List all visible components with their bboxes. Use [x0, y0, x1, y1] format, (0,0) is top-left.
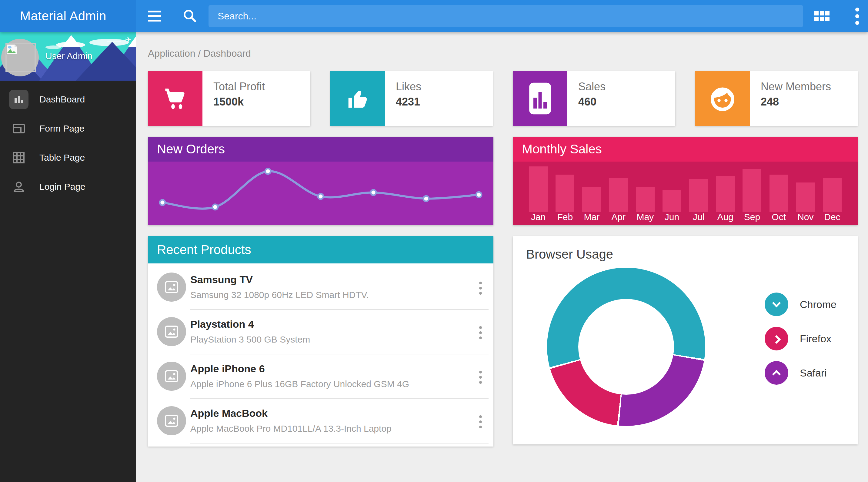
browser-usage-donut: [547, 268, 705, 426]
avatar: [1, 39, 40, 78]
legend-item-chrome: Chrome: [765, 293, 836, 316]
bar-chart-icon: [9, 90, 29, 109]
stat-cards-row: Total Profit 1500k Likes 4231 Sales 460: [148, 71, 858, 126]
bar-mar: [582, 187, 601, 212]
product-image-placeholder: [157, 317, 186, 346]
hamburger-menu-button[interactable]: [145, 6, 164, 26]
sidebar-item-dashboard[interactable]: DashBoard: [0, 85, 136, 114]
product-image-placeholder: [157, 273, 186, 302]
new-orders-line-chart: [148, 161, 493, 225]
bars-row: [525, 164, 845, 212]
tick-label: Jun: [658, 212, 685, 225]
app-title: Material Admin: [20, 9, 106, 23]
search-input[interactable]: [209, 5, 803, 27]
legend-label: Firefox: [800, 333, 831, 345]
product-name: Playstation 4: [190, 318, 310, 330]
item-menu-button[interactable]: [476, 323, 485, 342]
bar-dec: [823, 178, 842, 212]
chevron-up-icon: [772, 370, 781, 378]
topbar-main: [136, 0, 868, 32]
tick-label: Apr: [605, 212, 632, 225]
avatar-broken-image: [5, 43, 36, 72]
line-point: [160, 200, 165, 205]
hamburger-icon: [148, 10, 161, 12]
face-icon: [695, 71, 750, 126]
bar-sep: [743, 169, 761, 212]
legend-label: Safari: [800, 367, 827, 379]
topbar-actions: [813, 7, 866, 25]
product-description: Apple iPhone 6 Plus 16GB Factory Unlocke…: [190, 379, 409, 389]
mountain: [76, 42, 136, 81]
donut-hole: [578, 299, 674, 395]
sidebar-user-header: ✈ User Admin: [0, 32, 136, 81]
chevron-down-icon: [772, 299, 781, 307]
stat-label: Total Profit: [213, 80, 265, 93]
product-description: Samsung 32 1080p 60Hz LED Smart HDTV.: [190, 290, 369, 300]
item-menu-button[interactable]: [476, 412, 485, 431]
list-item: Apple MacBook Apple MacBook Pro MD101LL/…: [148, 399, 493, 444]
new-orders-panel: New Orders: [148, 137, 493, 225]
bottom-row: Recent Products Samsung TV Samsung 32 10…: [148, 236, 858, 447]
stat-label: Likes: [396, 80, 421, 93]
sidebar-item-label: Form Page: [39, 123, 84, 134]
line-point: [424, 196, 429, 201]
product-image-placeholder: [157, 362, 186, 391]
sidebar-item-table-page[interactable]: Table Page: [0, 143, 136, 172]
sidebar-item-form-page[interactable]: Form Page: [0, 114, 136, 143]
sidebar-item-login-page[interactable]: Login Page: [0, 172, 136, 201]
line-point: [318, 194, 323, 199]
product-name: Apple MacBook: [190, 408, 392, 419]
web-layout-icon: [9, 119, 29, 138]
legend-item-firefox: Firefox: [765, 327, 836, 351]
item-menu-button[interactable]: [476, 368, 485, 387]
bar-aug: [716, 176, 735, 212]
charts-row: New Orders Monthly Sales: [148, 137, 858, 225]
tick-label: Jul: [685, 212, 712, 225]
bar-oct: [770, 175, 788, 212]
stat-card-total-profit: Total Profit 1500k: [148, 71, 310, 126]
sidebar-item-label: Login Page: [39, 182, 86, 192]
list-item: Playstation 4 PlayStation 3 500 GB Syste…: [148, 310, 493, 354]
stat-card-new-members: New Members 248: [695, 71, 858, 126]
sidebar-nav: DashBoard Form Page Table Page Login Pag…: [0, 81, 136, 201]
grid-icon: [9, 148, 29, 167]
tick-label: Dec: [819, 212, 845, 225]
more-options-button[interactable]: [848, 7, 866, 25]
product-list: Samsung TV Samsung 32 1080p 60Hz LED Sma…: [148, 264, 493, 447]
panel-title: Browser Usage: [526, 247, 613, 262]
stat-value: 1500k: [213, 95, 265, 108]
stat-value: 460: [578, 95, 606, 108]
sidebar: ✈ User Admin DashBoard: [0, 32, 136, 482]
line-point: [265, 169, 271, 174]
product-description: Apple MacBook Pro MD101LL/A 13.3-Inch La…: [190, 423, 392, 434]
bar-jul: [689, 179, 708, 212]
item-menu-button[interactable]: [476, 279, 485, 298]
panel-title: New Orders: [148, 137, 493, 161]
main-content: Application / Dashboard Total Profit 150…: [136, 32, 868, 482]
line-point: [371, 190, 376, 195]
stat-value: 248: [761, 95, 831, 108]
product-name: Samsung TV: [190, 274, 369, 285]
stat-card-likes: Likes 4231: [330, 71, 493, 126]
cart-icon: [148, 71, 203, 126]
app-logo: Material Admin: [0, 0, 136, 32]
bar-jun: [662, 190, 681, 212]
search-icon[interactable]: [181, 7, 198, 25]
line-point: [213, 204, 218, 210]
product-image-placeholder: [157, 406, 186, 435]
person-icon: [9, 177, 29, 197]
breadcrumb: Application / Dashboard: [148, 48, 868, 59]
monthly-sales-panel: Monthly Sales Jan: [513, 137, 858, 225]
kebab-menu-icon: [855, 7, 859, 25]
tick-label: Sep: [739, 212, 765, 225]
product-description: PlayStation 3 500 GB System: [190, 334, 310, 345]
recent-products-panel: Recent Products Samsung TV Samsung 32 10…: [148, 236, 493, 447]
bar-jan: [529, 167, 548, 212]
poll-icon: [513, 71, 567, 126]
tick-label: May: [632, 212, 658, 225]
bar-feb: [556, 175, 574, 212]
sidebar-item-label: Table Page: [39, 152, 85, 163]
line-point: [476, 192, 482, 197]
apps-grid-button[interactable]: [813, 7, 831, 25]
stat-card-sales: Sales 460: [513, 71, 675, 126]
